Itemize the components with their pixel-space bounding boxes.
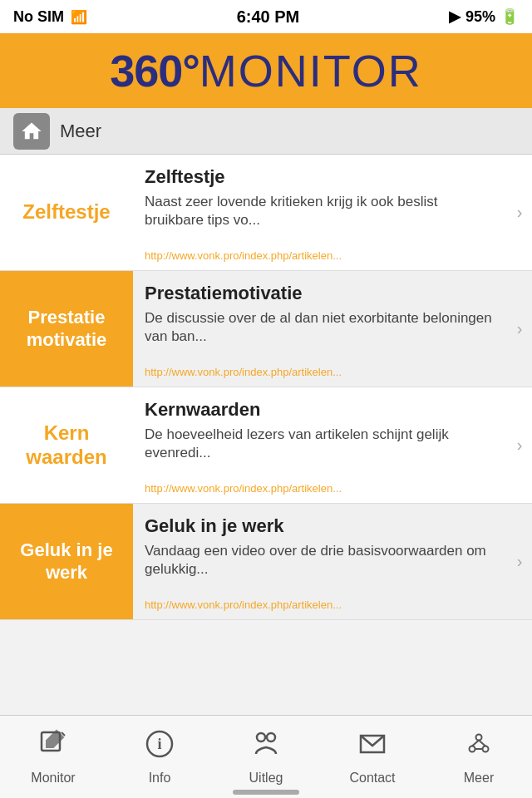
article-content-3: Kernwaarden De hoeveelheid lezers van ar… (133, 387, 507, 503)
carrier-label: No SIM (13, 8, 64, 26)
svg-text:i: i (157, 736, 161, 752)
tab-uitleg-label: Uitleg (249, 771, 283, 786)
progress-indicator (233, 790, 299, 795)
article-url-2: http://www.vonk.pro/index.php/artikelen.… (145, 366, 499, 378)
tab-contact-label: Contact (349, 771, 395, 786)
article-title-4: Geluk in je werk (145, 515, 499, 537)
article-url-1: http://www.vonk.pro/index.php/artikelen.… (145, 249, 499, 262)
home-icon (20, 120, 43, 143)
article-title-3: Kernwaarden (145, 399, 499, 421)
location-icon: ▶ (449, 7, 461, 26)
article-thumb-4: Geluk in je werk (0, 504, 133, 619)
article-content-4: Geluk in je werk Vandaag een video over … (133, 504, 507, 619)
article-content-2: Prestatiemotivatie De discussie over de … (133, 271, 507, 387)
article-url-4: http://www.vonk.pro/index.php/artikelen.… (145, 598, 499, 611)
app-title: 360°MONITOR (110, 45, 422, 96)
list-item[interactable]: Zelftestje Zelftestje Naast zeer lovende… (0, 155, 532, 271)
article-title-2: Prestatiemotivatie (145, 283, 499, 304)
wifi-icon: 📶 (71, 9, 87, 25)
battery-label: 95% (466, 8, 495, 26)
article-url-3: http://www.vonk.pro/index.php/artikelen.… (145, 482, 499, 495)
chevron-icon-3: › (507, 387, 532, 503)
article-desc-3: De hoeveelheid lezers van artikelen schi… (145, 426, 499, 479)
article-list: Zelftestje Zelftestje Naast zeer lovende… (0, 155, 532, 620)
tab-info-label: Info (149, 771, 171, 786)
tab-contact[interactable]: Contact (319, 729, 426, 786)
svg-point-6 (470, 746, 475, 751)
article-desc-2: De discussie over de al dan niet exorbit… (145, 309, 499, 362)
svg-point-5 (476, 734, 482, 740)
info-icon: i (145, 729, 175, 766)
tab-monitor-label: Monitor (31, 771, 75, 786)
list-item[interactable]: Prestatie motivatie Prestatiemotivatie D… (0, 271, 532, 387)
tab-uitleg[interactable]: Uitleg (213, 729, 319, 786)
list-item[interactable]: Kern waarden Kernwaarden De hoeveelheid … (0, 387, 532, 504)
article-desc-1: Naast zeer lovende kritieken krijg ik oo… (145, 193, 499, 246)
svg-point-4 (267, 733, 275, 741)
nav-meer-label: Meer (60, 121, 101, 142)
svg-point-3 (257, 733, 265, 741)
tab-bar: Monitor i Info Uitleg Contact (0, 715, 532, 798)
svg-point-7 (483, 746, 489, 751)
article-content-1: Zelftestje Naast zeer lovende kritieken … (133, 155, 507, 270)
time-label: 6:40 PM (237, 7, 300, 27)
article-thumb-1: Zelftestje (0, 155, 133, 270)
nav-bar: Meer (0, 108, 532, 155)
tab-meer-label: Meer (464, 771, 494, 786)
chevron-icon-2: › (507, 271, 532, 387)
monitor-icon (38, 729, 68, 766)
app-header: 360°MONITOR (0, 33, 532, 108)
meer-icon (464, 729, 494, 766)
article-thumb-3: Kern waarden (0, 387, 133, 503)
article-thumb-2: Prestatie motivatie (0, 271, 133, 387)
article-desc-4: Vandaag een video over de drie basisvoor… (145, 542, 499, 595)
battery-icon: 🔋 (500, 7, 519, 26)
list-item[interactable]: Geluk in je werk Geluk in je werk Vandaa… (0, 504, 532, 620)
chevron-icon-1: › (507, 155, 532, 270)
tab-monitor[interactable]: Monitor (0, 729, 106, 786)
svg-line-9 (479, 740, 485, 746)
chevron-icon-4: › (507, 504, 532, 619)
home-button[interactable] (13, 113, 50, 150)
contact-icon (357, 729, 387, 766)
article-title-1: Zelftestje (145, 166, 499, 188)
tab-info[interactable]: i Info (106, 729, 213, 786)
uitleg-icon (251, 729, 281, 766)
tab-meer[interactable]: Meer (426, 729, 532, 786)
svg-line-8 (472, 740, 479, 746)
status-bar: No SIM 📶 6:40 PM ▶ 95% 🔋 (0, 0, 532, 33)
